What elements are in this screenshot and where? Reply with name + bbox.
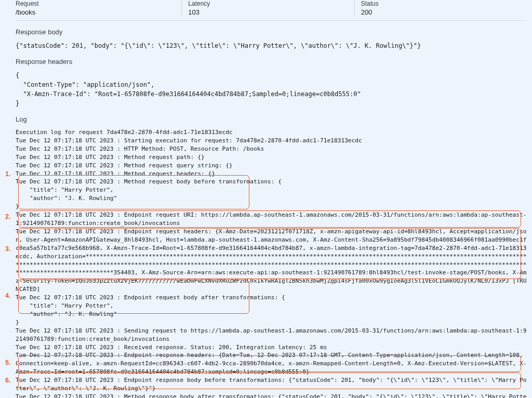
latency-col: Latency 103 [181, 0, 354, 16]
status-value: 200 [361, 8, 527, 16]
response-body-content[interactable]: {"statusCode": 201, "body": "{\"id\": \"… [16, 41, 527, 50]
api-test-result-panel: Request /books Latency 103 Status 200 Re… [0, 0, 532, 398]
annotation-number-2: 2. [5, 213, 10, 220]
annotation-number-5: 5. [5, 359, 10, 366]
log-content[interactable]: Execution log for request 7da478e2-2870-… [16, 128, 527, 398]
response-body-title: Response body [16, 28, 527, 36]
annotation-number-4: 4. [5, 292, 10, 299]
annotation-number-6: 6. [5, 377, 10, 384]
response-headers-title: Response headers [16, 58, 527, 65]
status-label: Status [361, 0, 527, 7]
latency-label: Latency [188, 0, 354, 7]
annotation-number-3: 3. [5, 245, 10, 253]
latency-value: 103 [188, 8, 354, 16]
request-label: Request [16, 0, 181, 7]
annotation-number-1: 1. [5, 170, 10, 178]
request-col: Request /books [16, 0, 181, 16]
response-headers-content[interactable]: { "Content-Type": "application/json", "X… [16, 71, 527, 108]
summary-header: Request /books Latency 103 Status 200 [16, 0, 527, 21]
status-col: Status 200 [354, 0, 527, 16]
request-value: /books [16, 8, 181, 16]
log-area: Execution log for request 7da478e2-2870-… [16, 128, 527, 398]
log-title: Log [16, 115, 527, 123]
